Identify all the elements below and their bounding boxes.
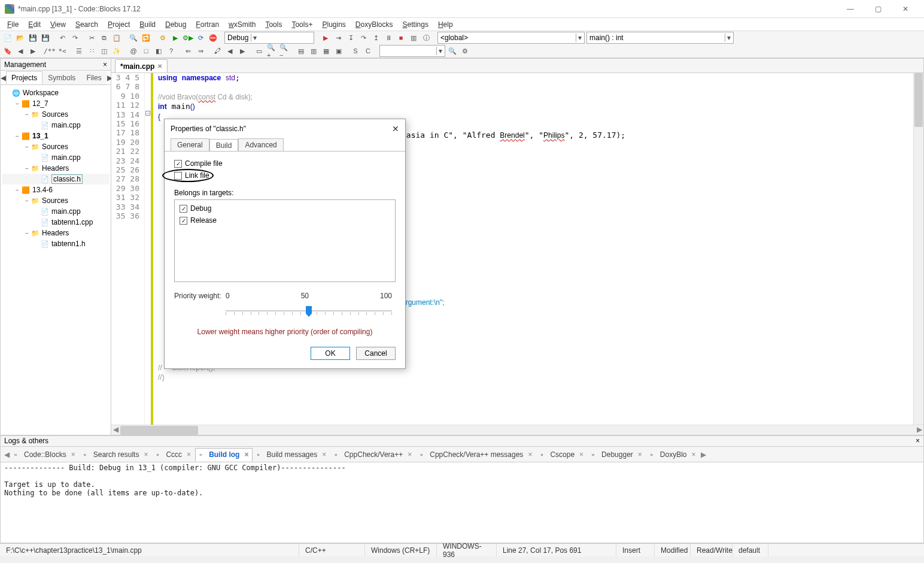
- doxy4-icon[interactable]: ?: [166, 46, 177, 56]
- menu-wxsmith[interactable]: wxSmith: [224, 19, 260, 30]
- priority-slider[interactable]: [226, 308, 392, 317]
- doxy1-icon[interactable]: @: [128, 46, 139, 56]
- vertical-scrollbar[interactable]: [913, 73, 923, 425]
- next-changed-icon[interactable]: ▶: [237, 46, 248, 56]
- tree-item[interactable]: 📄tabtenn1.cpp: [2, 217, 110, 228]
- tree-item[interactable]: 📄classic.h: [2, 174, 110, 184]
- close-button[interactable]: ✕: [892, 0, 919, 18]
- list-icon[interactable]: ☰: [74, 46, 84, 56]
- tab-projects[interactable]: Projects: [6, 71, 42, 84]
- run-to-cursor-icon[interactable]: ⇥: [333, 32, 344, 43]
- misc1-icon[interactable]: ▤: [296, 46, 306, 56]
- logs-close-icon[interactable]: ×: [916, 437, 920, 446]
- save-all-icon[interactable]: 💾: [40, 32, 51, 43]
- regex2-icon[interactable]: *<: [57, 46, 68, 56]
- scope-combo[interactable]: <global>▾: [437, 32, 585, 44]
- replace-icon[interactable]: 🔁: [141, 32, 151, 43]
- search-opt-icon[interactable]: ⚙: [460, 46, 470, 56]
- nav-right-icon[interactable]: ⇒: [195, 46, 206, 56]
- target-release-checkbox[interactable]: [180, 217, 187, 225]
- zoom-out-icon[interactable]: 🔍−: [279, 46, 290, 56]
- cancel-button[interactable]: Cancel: [356, 347, 396, 360]
- fortran-c-icon[interactable]: C: [363, 46, 373, 56]
- namespace-icon[interactable]: ∷: [86, 46, 97, 56]
- close-tab-icon[interactable]: ✕: [157, 63, 162, 69]
- build-run-icon[interactable]: ⚙▶: [183, 32, 193, 43]
- dialog-tab-build[interactable]: Build: [209, 139, 239, 152]
- menu-plugins[interactable]: Plugins: [317, 19, 350, 30]
- build-log-output[interactable]: -------------- Build: Debug in 13_1 (com…: [1, 462, 923, 543]
- debug-run-icon[interactable]: ▶: [320, 32, 331, 43]
- save-icon[interactable]: 💾: [28, 32, 38, 43]
- menu-settings[interactable]: Settings: [398, 19, 433, 30]
- next-bookmark-icon[interactable]: ▶: [28, 46, 38, 56]
- tree-item[interactable]: −🟧13.4-6: [2, 184, 110, 195]
- find-icon[interactable]: 🔍: [128, 32, 139, 43]
- menu-view[interactable]: View: [45, 19, 71, 30]
- management-close-icon[interactable]: ×: [103, 60, 107, 69]
- tree-item[interactable]: 📄main.cpp: [2, 120, 110, 131]
- info-icon[interactable]: ⓘ: [421, 32, 431, 43]
- nav-left-icon[interactable]: ⇐: [183, 46, 193, 56]
- dialog-close-icon[interactable]: ✕: [392, 124, 399, 134]
- prev-bookmark-icon[interactable]: ◀: [15, 46, 26, 56]
- wizard-icon[interactable]: ✨: [111, 46, 122, 56]
- fortran-s-icon[interactable]: S: [350, 46, 361, 56]
- cut-icon[interactable]: ✂: [86, 32, 97, 43]
- regex-icon[interactable]: /**: [44, 46, 55, 56]
- search-combo[interactable]: ▾: [379, 45, 445, 57]
- zoom-in-icon[interactable]: 🔍+: [266, 46, 277, 56]
- build-target-combo[interactable]: Debug▾: [224, 32, 314, 44]
- logs-tab-cppcheck-vera-messages[interactable]: ▫CppCheck/Vera++ messages×: [416, 448, 536, 461]
- tree-item[interactable]: 📄tabtenn1.h: [2, 238, 110, 249]
- horizontal-scrollbar[interactable]: ◀ ▶: [111, 425, 923, 435]
- menu-tools+[interactable]: Tools+: [287, 19, 317, 30]
- logs-tab-code-blocks[interactable]: ▫Code::Blocks×: [10, 448, 80, 461]
- menu-edit[interactable]: Edit: [23, 19, 45, 30]
- new-file-icon[interactable]: 📄: [2, 32, 13, 43]
- class-icon[interactable]: ◫: [99, 46, 110, 56]
- tab-files[interactable]: Files: [81, 71, 107, 84]
- tree-item[interactable]: −📁Headers: [2, 163, 110, 174]
- menu-help[interactable]: Help: [433, 19, 458, 30]
- logs-tab-debugger[interactable]: ▫Debugger×: [588, 448, 646, 461]
- doxy3-icon[interactable]: ◧: [153, 46, 164, 56]
- tree-item[interactable]: −🟧12_7: [2, 98, 110, 109]
- minimize-button[interactable]: —: [837, 0, 864, 18]
- logs-tab-build-log[interactable]: ▫Build log×: [195, 448, 253, 461]
- logs-tab-doxyblo[interactable]: ▫DoxyBlo×: [646, 448, 700, 461]
- targets-listbox[interactable]: Debug Release: [174, 199, 396, 282]
- tree-item[interactable]: 📄main.cpp: [2, 206, 110, 217]
- select-icon[interactable]: ▭: [254, 46, 265, 56]
- menu-fortran[interactable]: Fortran: [191, 19, 224, 30]
- maximize-button[interactable]: ▢: [864, 0, 892, 18]
- debug-windows-icon[interactable]: ▥: [408, 32, 419, 43]
- undo-icon[interactable]: ↶: [57, 32, 68, 43]
- project-tree[interactable]: 🌐Workspace−🟧12_7−📁Sources📄main.cpp−🟧13_1…: [1, 85, 111, 435]
- menu-build[interactable]: Build: [135, 19, 160, 30]
- toggle-bookmark-icon[interactable]: 🔖: [2, 46, 13, 56]
- step-into-icon[interactable]: ↧: [345, 32, 356, 43]
- dialog-tab-general[interactable]: General: [171, 138, 209, 151]
- tree-item[interactable]: −📁Headers: [2, 228, 110, 238]
- step-out-icon[interactable]: ↥: [370, 32, 381, 43]
- tree-item[interactable]: −📁Sources: [2, 195, 110, 206]
- tree-item[interactable]: −📁Sources: [2, 141, 110, 152]
- tree-item[interactable]: 📄main.cpp: [2, 152, 110, 163]
- function-combo[interactable]: main() : int▾: [586, 32, 734, 44]
- run-icon[interactable]: ▶: [170, 32, 181, 43]
- menu-search[interactable]: Search: [71, 19, 103, 30]
- logs-tab-build-messages[interactable]: ▫Build messages×: [253, 448, 330, 461]
- prev-changed-icon[interactable]: ◀: [224, 46, 235, 56]
- tree-item[interactable]: −🟧13_1: [2, 131, 110, 141]
- paste-icon[interactable]: 📋: [111, 32, 122, 43]
- dialog-tab-advanced[interactable]: Advanced: [238, 138, 283, 151]
- open-icon[interactable]: 📂: [15, 32, 26, 43]
- menu-project[interactable]: Project: [103, 19, 135, 30]
- rebuild-icon[interactable]: ⟳: [195, 32, 206, 43]
- tab-symbols[interactable]: Symbols: [42, 71, 81, 84]
- editor-tab-main[interactable]: *main.cpp✕: [115, 59, 168, 72]
- logs-tab-search-results[interactable]: ▫Search results×: [80, 448, 153, 461]
- compile-file-checkbox[interactable]: [174, 160, 182, 168]
- doxy2-icon[interactable]: □: [141, 46, 151, 56]
